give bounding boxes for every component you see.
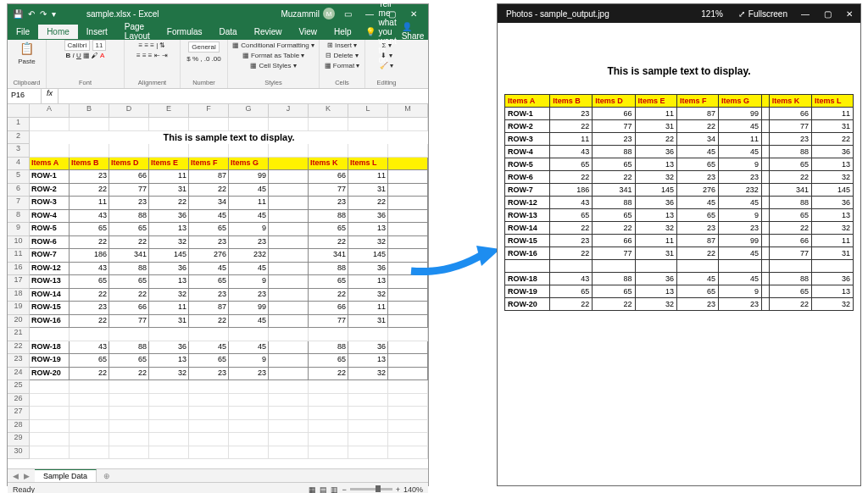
column-header[interactable]: A [30, 104, 70, 118]
photos-minimize-icon[interactable]: — [794, 9, 816, 19]
column-header[interactable]: K [309, 104, 348, 118]
clear-icon[interactable]: 🧹 ▾ [380, 62, 393, 69]
format-button[interactable]: ▦ Format ▾ [325, 62, 360, 69]
group-cells: Cells [323, 79, 361, 86]
tab-review[interactable]: Review [246, 25, 291, 39]
formula-input[interactable] [58, 89, 428, 103]
page-title: This is sample text to display. [504, 65, 854, 77]
column-header[interactable]: J [269, 104, 309, 118]
photos-titlebar: Photos - sample_output.jpg 121% ⤢ Fullsc… [498, 4, 860, 23]
column-header[interactable]: L [348, 104, 388, 118]
column-header[interactable]: G [229, 104, 269, 118]
group-clipboard: Clipboard [11, 79, 42, 86]
sheet-nav-left-icon[interactable]: ◀ [8, 472, 24, 480]
photos-content: This is sample text to display. Items AI… [498, 23, 860, 318]
column-header[interactable]: F [189, 104, 229, 118]
group-alignment: Alignment [128, 79, 176, 86]
excel-grid[interactable]: ABDEFGJKLM 12This is sample text to disp… [8, 104, 428, 468]
tab-file[interactable]: File [8, 25, 38, 39]
excel-ribbon: 📋 Paste Clipboard Calibri 11 B I U ▦ 🖌 A… [8, 40, 428, 89]
tab-formulas[interactable]: Formulas [159, 25, 211, 39]
photos-window: Photos - sample_output.jpg 121% ⤢ Fullsc… [497, 3, 861, 486]
photos-close-icon[interactable]: ✕ [838, 9, 860, 19]
tab-home[interactable]: Home [38, 25, 78, 39]
zoom-in-icon[interactable]: + [396, 485, 400, 494]
excel-menubar: File Home Insert Page Layout Formulas Da… [8, 23, 428, 40]
format-table-button[interactable]: ▦ Format as Table ▾ [242, 52, 305, 59]
status-bar: Ready ▦ ▤ ▥ − + 140% [8, 482, 428, 493]
zoom-slider[interactable] [350, 488, 392, 490]
dropdown-icon[interactable]: ▾ [52, 9, 56, 19]
autosum-icon[interactable]: Σ ▾ [381, 42, 391, 49]
photos-zoom[interactable]: 121% [693, 9, 732, 19]
tab-help[interactable]: Help [326, 25, 360, 39]
sheet-tab-bar: ◀ ▶ Sample Data ⊕ [8, 468, 428, 482]
undo-icon[interactable]: ↶ [28, 9, 35, 19]
insert-button[interactable]: ⊞ Insert ▾ [327, 42, 357, 49]
zoom-out-icon[interactable]: − [342, 485, 346, 494]
zoom-level[interactable]: 140% [403, 485, 423, 494]
photos-title: Photos - sample_output.jpg [498, 9, 693, 19]
font-size[interactable]: 11 [92, 40, 107, 51]
bold-icon[interactable]: B [66, 52, 71, 59]
share-button[interactable]: 👤 Share [402, 22, 431, 41]
delete-button[interactable]: ⊟ Delete ▾ [326, 52, 359, 59]
tab-view[interactable]: View [290, 25, 326, 39]
group-font: Font [50, 79, 120, 86]
font-name[interactable]: Calibri [64, 40, 91, 51]
underline-icon[interactable]: U [76, 52, 81, 59]
formula-bar: P16 fx [8, 89, 428, 104]
group-styles: Styles [231, 79, 315, 86]
column-header[interactable]: E [149, 104, 189, 118]
arrow-icon [407, 239, 509, 281]
view-break-icon[interactable]: ▥ [331, 485, 338, 494]
fullscreen-button[interactable]: ⤢ Fullscreen [732, 9, 794, 19]
column-header[interactable]: D [109, 104, 149, 118]
view-normal-icon[interactable]: ▦ [309, 485, 316, 494]
group-editing: Editing [369, 79, 404, 86]
fill-icon[interactable]: ⬇ ▾ [381, 52, 392, 59]
status-ready: Ready [13, 485, 35, 494]
view-page-icon[interactable]: ▤ [320, 485, 327, 494]
save-icon[interactable]: 💾 [13, 9, 23, 19]
select-all-corner[interactable] [8, 104, 30, 118]
sheet-nav-right-icon[interactable]: ▶ [24, 472, 35, 480]
tab-data[interactable]: Data [211, 25, 246, 39]
column-headers: ABDEFGJKLM [8, 104, 428, 118]
doc-title: sample.xlsx - Excel [86, 9, 159, 19]
column-header[interactable]: B [70, 104, 109, 118]
ribbon-options-icon[interactable]: ▭ [338, 9, 357, 19]
user-name[interactable]: Muzammil [281, 9, 320, 19]
redo-icon[interactable]: ↷ [40, 9, 47, 19]
paste-icon[interactable]: 📋 [19, 42, 34, 55]
number-format[interactable]: General [188, 42, 219, 53]
close-icon[interactable]: ✕ [404, 9, 423, 19]
fx-icon[interactable]: fx [42, 89, 58, 103]
italic-icon[interactable]: I [73, 52, 75, 59]
column-header[interactable]: M [388, 104, 428, 118]
user-avatar[interactable]: M [323, 8, 335, 19]
output-table: Items AItems BItems DItems EItems FItems… [504, 94, 854, 311]
cond-format-button[interactable]: ▦ Conditional Formatting ▾ [232, 42, 314, 49]
photos-maximize-icon[interactable]: ▢ [816, 9, 838, 19]
tab-insert[interactable]: Insert [78, 25, 116, 39]
excel-window: 💾 ↶ ↷ ▾ sample.xlsx - Excel Muzammil M ▭… [7, 3, 429, 486]
cell-styles-button[interactable]: ▦ Cell Styles ▾ [250, 62, 296, 69]
group-number: Number [184, 79, 224, 86]
sheet-tab[interactable]: Sample Data [35, 469, 97, 482]
add-sheet-icon[interactable]: ⊕ [97, 472, 117, 480]
paste-label: Paste [18, 58, 35, 65]
name-box[interactable]: P16 [8, 89, 42, 103]
